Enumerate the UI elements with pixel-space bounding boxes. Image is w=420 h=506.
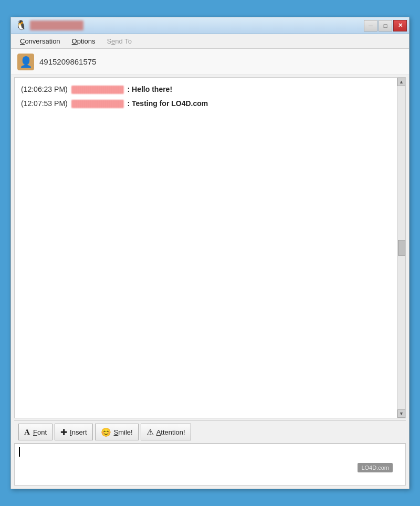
attention-label: Attention! bbox=[156, 428, 185, 436]
smile-button[interactable]: 😊 Smile! bbox=[95, 424, 139, 440]
menu-bar: Conversation Options Send To bbox=[11, 34, 409, 49]
contact-bar: 👤 4915209861575 bbox=[11, 49, 409, 75]
chat-sender-1 bbox=[71, 86, 124, 94]
attention-button[interactable]: ⚠ Attention! bbox=[141, 424, 191, 440]
smile-label: Smile! bbox=[114, 428, 133, 436]
insert-label: Insert bbox=[70, 428, 87, 436]
contact-avatar: 👤 bbox=[17, 54, 34, 70]
contact-number: 4915209861575 bbox=[39, 57, 96, 66]
menu-send-to: Send To bbox=[102, 35, 136, 47]
scroll-thumb[interactable] bbox=[398, 240, 405, 256]
title-text: ▓▒░▓▒░▓▒ bbox=[30, 20, 83, 30]
insert-button[interactable]: ✚ Insert bbox=[55, 424, 93, 440]
menu-options[interactable]: Options bbox=[67, 35, 100, 47]
close-button[interactable]: ✕ bbox=[393, 20, 407, 31]
chat-time-1: (12:06:23 PM) bbox=[21, 85, 70, 93]
chat-text-2: : Testing for LO4D.com bbox=[128, 99, 208, 108]
text-cursor bbox=[19, 447, 20, 457]
chat-time-2: (12:07:53 PM) bbox=[21, 99, 70, 108]
watermark: LO4D.com bbox=[358, 463, 393, 472]
font-icon: 𝐀 bbox=[24, 427, 30, 437]
app-icon: 🐧 bbox=[15, 20, 26, 31]
title-controls: ─ □ ✕ bbox=[364, 20, 407, 31]
chat-sender-2 bbox=[71, 100, 124, 108]
attention-icon: ⚠ bbox=[146, 427, 154, 437]
formatting-toolbar: 𝐀 Font ✚ Insert 😊 Smile! ⚠ Attention! bbox=[14, 420, 406, 444]
smile-icon: 😊 bbox=[101, 427, 111, 437]
title-bar: 🐧 ▓▒░▓▒░▓▒ ─ □ ✕ bbox=[11, 17, 409, 34]
menu-options-label: Options bbox=[72, 37, 96, 45]
scroll-up-button[interactable]: ▲ bbox=[397, 78, 406, 86]
main-window: 🐧 ▓▒░▓▒░▓▒ ─ □ ✕ Conversation Options Se… bbox=[10, 17, 410, 489]
scroll-down-button[interactable]: ▼ bbox=[397, 409, 406, 418]
menu-conversation[interactable]: Conversation bbox=[15, 35, 65, 47]
chat-text-1: : Hello there! bbox=[128, 85, 173, 93]
scrollbar[interactable]: ▲ ▼ bbox=[397, 78, 405, 418]
font-button[interactable]: 𝐀 Font bbox=[18, 424, 52, 440]
menu-send-to-label: Send To bbox=[107, 37, 131, 45]
maximize-button[interactable]: □ bbox=[379, 20, 392, 31]
title-bar-left: 🐧 ▓▒░▓▒░▓▒ bbox=[15, 20, 83, 31]
chat-message-2: (12:07:53 PM) : Testing for LO4D.com bbox=[21, 98, 391, 109]
chat-message-1: (12:06:23 PM) : Hello there! bbox=[21, 84, 391, 95]
chat-area[interactable]: (12:06:23 PM) : Hello there! (12:07:53 P… bbox=[15, 78, 397, 418]
minimize-button[interactable]: ─ bbox=[364, 20, 377, 31]
font-label: Font bbox=[33, 428, 47, 436]
insert-icon: ✚ bbox=[60, 427, 67, 437]
menu-conversation-label: Conversation bbox=[20, 37, 60, 45]
chat-area-wrapper: (12:06:23 PM) : Hello there! (12:07:53 P… bbox=[14, 77, 406, 418]
message-input-area[interactable] bbox=[14, 444, 406, 486]
